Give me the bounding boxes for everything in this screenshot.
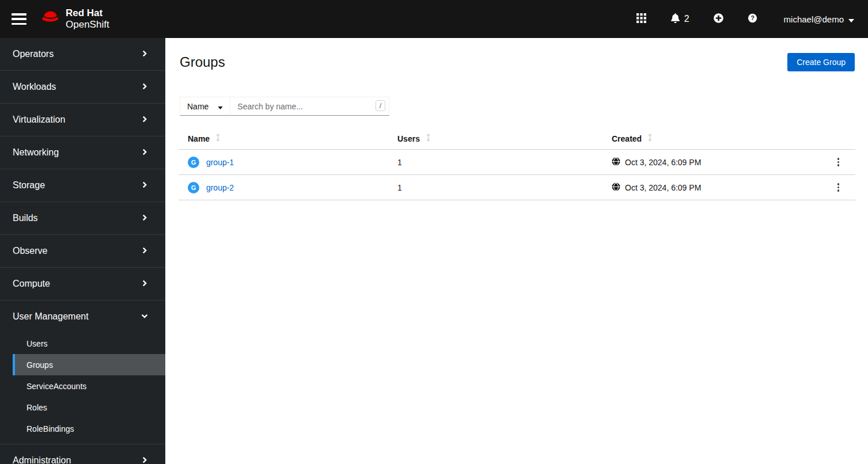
masthead-actions: 2 ? michael@demo — [628, 9, 854, 29]
group-resource-icon: G — [188, 182, 199, 193]
page-header: Groups Create Group — [165, 38, 868, 71]
caret-down-icon — [218, 102, 223, 111]
sidebar-item-label: User Management — [13, 311, 89, 322]
chevron-right-icon — [142, 147, 148, 158]
question-circle-icon: ? — [748, 13, 757, 25]
sidebar-item-compute[interactable]: Compute — [0, 268, 165, 300]
nav-toggle-button[interactable] — [12, 13, 26, 25]
username: michael@demo — [784, 14, 844, 24]
keyboard-shortcut-hint: / — [376, 100, 386, 111]
sidebar-item-operators[interactable]: Operators — [0, 38, 165, 70]
user-management-subnav: Users Groups ServiceAccounts Roles RoleB… — [0, 333, 165, 444]
svg-text:?: ? — [751, 15, 754, 21]
sidebar-item-label: Virtualization — [13, 115, 65, 125]
chevron-right-icon — [142, 82, 148, 92]
notifications-button[interactable]: 2 — [662, 9, 698, 29]
masthead: Red Hat OpenShift 2 — [0, 0, 868, 38]
page-title: Groups — [180, 53, 225, 71]
sidebar-item-label: Compute — [13, 279, 50, 289]
apps-grid-icon — [636, 13, 646, 25]
sort-icon — [426, 134, 431, 143]
group-link[interactable]: group-1 — [206, 158, 234, 167]
sidebar-item-groups[interactable]: Groups — [13, 354, 165, 375]
sidebar-item-user-management[interactable]: User Management — [0, 301, 165, 333]
brand-product: OpenShift — [66, 19, 109, 31]
sidebar-item-users[interactable]: Users — [0, 333, 165, 354]
sort-icon — [215, 134, 221, 143]
chevron-right-icon — [142, 180, 148, 191]
sidebar-item-serviceaccounts[interactable]: ServiceAccounts — [0, 375, 165, 397]
sidebar-item-label: Storage — [13, 180, 45, 191]
search-input[interactable] — [230, 97, 389, 116]
sidebar-item-label: Administration — [13, 455, 71, 464]
caret-down-icon — [848, 14, 854, 24]
sidebar-item-rolebindings[interactable]: RoleBindings — [0, 418, 165, 439]
created-timestamp: Oct 3, 2024, 6:09 PM — [625, 158, 701, 167]
bell-icon — [670, 13, 680, 25]
filter-toolbar: Name / — [180, 97, 868, 116]
row-kebab-menu-button[interactable] — [833, 180, 844, 195]
sidebar-item-storage[interactable]: Storage — [0, 169, 165, 201]
sort-by-users-button[interactable]: Users — [397, 134, 431, 143]
column-header-users: Users — [397, 134, 420, 143]
sidebar-item-label: Workloads — [13, 82, 56, 92]
filter-attribute-dropdown[interactable]: Name — [180, 97, 230, 116]
created-timestamp: Oct 3, 2024, 6:09 PM — [625, 183, 701, 192]
sidebar-item-workloads[interactable]: Workloads — [0, 71, 165, 103]
row-kebab-menu-button[interactable] — [833, 154, 844, 170]
group-resource-icon: G — [188, 157, 199, 168]
sidebar-item-builds[interactable]: Builds — [0, 202, 165, 234]
create-group-button[interactable]: Create Group — [787, 53, 855, 71]
chevron-down-icon — [141, 311, 148, 322]
sort-icon — [647, 134, 653, 143]
import-yaml-button[interactable] — [706, 9, 731, 29]
chevron-right-icon — [142, 455, 148, 464]
plus-circle-icon — [714, 13, 723, 25]
column-header-created: Created — [612, 134, 642, 143]
chevron-right-icon — [142, 115, 148, 125]
brand-logo: Red Hat OpenShift — [40, 7, 109, 30]
sidebar-item-label: Operators — [13, 49, 54, 59]
chevron-right-icon — [142, 213, 148, 223]
sidebar-item-label: Networking — [13, 147, 59, 158]
sort-by-created-button[interactable]: Created — [612, 134, 653, 143]
filter-attribute-label: Name — [187, 102, 209, 111]
chevron-right-icon — [142, 49, 148, 59]
sidebar-item-roles[interactable]: Roles — [0, 397, 165, 418]
sidebar-item-observe[interactable]: Observe — [0, 235, 165, 267]
sidebar-item-label: Builds — [13, 213, 38, 223]
sidebar-item-label: Observe — [13, 246, 47, 256]
app-launcher-button[interactable] — [628, 9, 654, 29]
chevron-right-icon — [142, 279, 148, 289]
user-menu-button[interactable]: michael@demo — [784, 14, 854, 24]
table-row: G group-1 1 Oct 3, 2024, 6:09 PM — [179, 150, 855, 175]
users-count: 1 — [397, 158, 402, 167]
sidebar-item-administration[interactable]: Administration — [0, 444, 165, 464]
sidebar-item-virtualization[interactable]: Virtualization — [0, 104, 165, 136]
search-field-wrap: / — [230, 97, 389, 116]
column-header-name: Name — [188, 134, 210, 143]
sidebar-nav: Operators Workloads Virtualization Netwo… — [0, 38, 165, 464]
chevron-right-icon — [142, 246, 148, 256]
sort-by-name-button[interactable]: Name — [188, 134, 221, 143]
help-button[interactable]: ? — [740, 9, 765, 29]
sidebar-item-networking[interactable]: Networking — [0, 136, 165, 169]
globe-icon — [612, 182, 620, 193]
table-row: G group-2 1 Oct 3, 2024, 6:09 PM — [179, 175, 855, 200]
group-link[interactable]: group-2 — [206, 183, 234, 192]
brand-name: Red Hat — [66, 7, 109, 19]
users-count: 1 — [397, 183, 402, 192]
main-content: Groups Create Group Name / Name — [165, 38, 868, 464]
globe-icon — [612, 157, 620, 168]
table-header-row: Name Users Created — [179, 128, 855, 150]
redhat-fedora-icon — [40, 9, 62, 29]
groups-table: Name Users Created — [179, 128, 855, 200]
notification-count: 2 — [684, 14, 689, 24]
